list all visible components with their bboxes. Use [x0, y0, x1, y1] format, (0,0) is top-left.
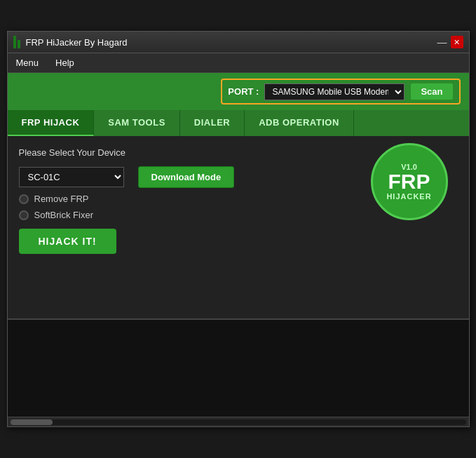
content-area: Please Select Your Device SC-01C Downloa… — [8, 136, 469, 318]
scrollbar-area[interactable] — [8, 417, 469, 426]
tab-dialer[interactable]: DIALER — [180, 110, 245, 136]
output-area — [8, 318, 469, 417]
radio-circle-softbrick — [19, 210, 29, 220]
window-title: FRP HiJacker By Hagard — [26, 37, 128, 48]
tab-frp-hijack[interactable]: FRP HIJACK — [8, 110, 95, 136]
scrollbar-thumb[interactable] — [11, 419, 53, 425]
output-text — [8, 320, 469, 411]
close-button[interactable]: ✕ — [451, 36, 463, 48]
title-bar: FRP HiJacker By Hagard — ✕ — [8, 32, 469, 53]
tab-adb-operation[interactable]: ADB OPERATION — [245, 110, 354, 136]
port-select[interactable]: SAMSUNG Mobile USB Modem (0 — [264, 83, 404, 100]
port-bar: PORT : SAMSUNG Mobile USB Modem (0 Scan — [8, 73, 469, 110]
scrollbar-track — [11, 419, 466, 425]
port-label: PORT : — [228, 86, 259, 97]
minimize-button[interactable]: — — [437, 36, 448, 48]
icon-bar-1 — [13, 36, 16, 48]
radio-label-softbrick: SoftBrick Fixer — [34, 210, 94, 220]
menu-bar: Menu Help — [8, 53, 469, 73]
app-window: FRP HiJacker By Hagard — ✕ Menu Help POR… — [7, 31, 470, 427]
app-icon — [13, 36, 20, 48]
menu-item-menu[interactable]: Menu — [13, 56, 42, 69]
frp-subtitle: HIJACKER — [386, 192, 431, 201]
scan-button[interactable]: Scan — [410, 83, 453, 100]
hijack-button[interactable]: HIJACK IT! — [19, 229, 116, 254]
download-mode-button[interactable]: Download Mode — [138, 166, 235, 188]
menu-item-help[interactable]: Help — [53, 56, 77, 69]
device-select[interactable]: SC-01C — [19, 167, 124, 187]
title-bar-left: FRP HiJacker By Hagard — [13, 36, 128, 48]
frp-logo: V1.0 FRP HIJACKER — [371, 143, 448, 220]
title-controls: — ✕ — [437, 36, 463, 48]
radio-label-remove-frp: Remove FRP — [34, 194, 89, 204]
radio-circle-remove-frp — [19, 194, 29, 204]
tabs-bar: FRP HIJACK SAM TOOLS DIALER ADB OPERATIO… — [8, 110, 469, 136]
frp-title: FRP — [388, 171, 430, 192]
icon-bar-2 — [18, 40, 20, 48]
port-wrapper: PORT : SAMSUNG Mobile USB Modem (0 Scan — [221, 79, 460, 105]
tab-sam-tools[interactable]: SAM TOOLS — [94, 110, 180, 136]
